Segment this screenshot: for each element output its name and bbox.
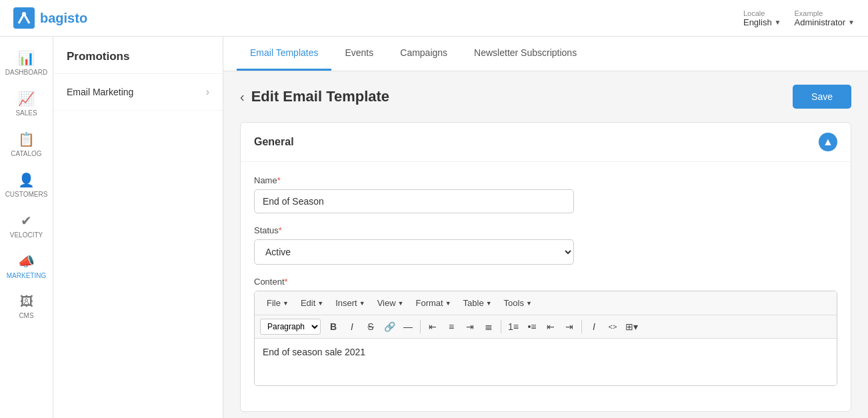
bold-button[interactable]: B bbox=[325, 318, 342, 335]
tab-email-templates[interactable]: Email Templates bbox=[237, 37, 331, 71]
status-label: Status* bbox=[254, 225, 837, 235]
back-arrow-icon[interactable]: ‹ bbox=[240, 90, 245, 103]
edit-menu-arrow-icon: ▼ bbox=[317, 300, 323, 307]
locale-dropdown[interactable]: Locale English ▼ bbox=[743, 9, 781, 27]
page-body: ‹ Edit Email Template Save General ▲ bbox=[223, 71, 868, 418]
editor-menu-table[interactable]: Table▼ bbox=[458, 295, 497, 311]
velocity-icon: ✔ bbox=[21, 213, 32, 229]
sales-icon: 📈 bbox=[18, 91, 35, 107]
sidebar-item-label-catalog: CATALOG bbox=[11, 150, 41, 157]
align-right-button[interactable]: ⇥ bbox=[461, 318, 479, 335]
example-value: Administrator ▼ bbox=[795, 17, 855, 27]
editor-body[interactable]: End of season sale 2021 bbox=[255, 339, 837, 385]
sidebar-item-label-cms: CMS bbox=[19, 312, 33, 319]
outdent-button[interactable]: ⇤ bbox=[542, 318, 559, 335]
page-title-row: ‹ Edit Email Template Save bbox=[240, 85, 851, 109]
save-button[interactable]: Save bbox=[793, 85, 851, 109]
content-label: Content* bbox=[254, 277, 837, 287]
tabs-bar: Email Templates Events Campaigns Newslet… bbox=[223, 37, 868, 71]
sidebar-item-catalog[interactable]: 📋 CATALOG bbox=[0, 125, 53, 164]
section-toggle-button[interactable]: ▲ bbox=[819, 133, 837, 151]
catalog-icon: 📋 bbox=[18, 131, 35, 147]
sidebar-item-label-customers: CUSTOMERS bbox=[5, 191, 48, 198]
italic-style-button[interactable]: I bbox=[585, 318, 603, 335]
chevron-right-icon: › bbox=[206, 86, 209, 98]
align-center-button[interactable]: ≡ bbox=[443, 318, 460, 335]
customers-icon: 👤 bbox=[18, 172, 35, 188]
content-required-mark: * bbox=[285, 277, 288, 287]
locale-value: English ▼ bbox=[743, 17, 781, 27]
file-menu-arrow-icon: ▼ bbox=[283, 300, 289, 307]
section-title: General bbox=[254, 136, 294, 148]
separator-3 bbox=[581, 320, 582, 333]
top-header: bagisto Locale English ▼ Example Adminis… bbox=[0, 0, 868, 37]
separator-2 bbox=[501, 320, 501, 333]
editor-menu-insert[interactable]: Insert▼ bbox=[330, 295, 370, 311]
ordered-list-button[interactable]: 1≡ bbox=[505, 318, 522, 335]
bagisto-logo-icon bbox=[13, 7, 35, 29]
editor-toolbar-format: Paragraph Heading 1 Heading 2 B I S 🔗 — bbox=[255, 315, 837, 339]
status-select[interactable]: Active Inactive bbox=[254, 239, 574, 265]
example-arrow-icon: ▼ bbox=[848, 19, 855, 26]
sub-sidebar-item-label: Email Marketing bbox=[67, 87, 133, 97]
main-content: Email Templates Events Campaigns Newslet… bbox=[223, 37, 868, 418]
section-header: General ▲ bbox=[241, 123, 851, 162]
sidebar-item-label-marketing: MARKETING bbox=[7, 272, 46, 279]
tab-campaigns[interactable]: Campaigns bbox=[387, 37, 461, 71]
content-form-group: Content* File▼ Edit▼ bbox=[254, 277, 837, 386]
name-input[interactable] bbox=[254, 189, 574, 213]
tools-menu-arrow-icon: ▼ bbox=[526, 300, 532, 307]
sidebar-item-customers[interactable]: 👤 CUSTOMERS bbox=[0, 165, 53, 205]
tab-events[interactable]: Events bbox=[331, 37, 387, 71]
editor-menu-format[interactable]: Format▼ bbox=[411, 295, 457, 311]
table-insert-button[interactable]: ⊞▾ bbox=[623, 318, 640, 335]
header-right: Locale English ▼ Example Administrator ▼ bbox=[743, 9, 855, 27]
hr-button[interactable]: — bbox=[399, 318, 417, 335]
example-dropdown[interactable]: Example Administrator ▼ bbox=[795, 9, 855, 27]
view-menu-arrow-icon: ▼ bbox=[398, 300, 404, 307]
editor-menu-edit[interactable]: Edit▼ bbox=[295, 295, 329, 311]
example-label: Example bbox=[795, 9, 855, 17]
strikethrough-button[interactable]: S bbox=[362, 318, 379, 335]
cms-icon: 🖼 bbox=[20, 294, 33, 309]
align-left-button[interactable]: ⇤ bbox=[424, 318, 441, 335]
left-sidebar: 📊 DASHBOARD 📈 SALES 📋 CATALOG 👤 CUSTOMER… bbox=[0, 37, 53, 418]
sub-sidebar-item-email-marketing[interactable]: Email Marketing › bbox=[53, 74, 223, 111]
status-form-group: Status* Active Inactive bbox=[254, 225, 837, 265]
general-section: General ▲ Name* bbox=[240, 122, 851, 412]
dashboard-icon: 📊 bbox=[18, 50, 35, 66]
marketing-icon: 📣 bbox=[18, 253, 35, 269]
sidebar-item-dashboard[interactable]: 📊 DASHBOARD bbox=[0, 43, 53, 83]
editor-menu-file[interactable]: File▼ bbox=[261, 295, 294, 311]
sidebar-item-cms[interactable]: 🖼 CMS bbox=[0, 287, 53, 326]
section-body: Name* Status* Active Inactive bbox=[241, 162, 851, 411]
name-required-mark: * bbox=[277, 175, 281, 185]
separator-1 bbox=[420, 320, 421, 333]
status-required-mark: * bbox=[279, 225, 282, 235]
table-menu-arrow-icon: ▼ bbox=[486, 300, 492, 307]
unordered-list-button[interactable]: •≡ bbox=[523, 318, 541, 335]
align-justify-button[interactable]: ≣ bbox=[480, 318, 497, 335]
sidebar-item-velocity[interactable]: ✔ VELOCITY bbox=[0, 206, 53, 245]
italic-button[interactable]: I bbox=[343, 318, 361, 335]
paragraph-select[interactable]: Paragraph Heading 1 Heading 2 bbox=[260, 319, 321, 335]
sidebar-item-sales[interactable]: 📈 SALES bbox=[0, 84, 53, 123]
sidebar-item-marketing[interactable]: 📣 MARKETING bbox=[0, 247, 53, 286]
sidebar-item-label-sales: SALES bbox=[15, 109, 37, 117]
editor-toolbar-top: File▼ Edit▼ Insert▼ View▼ bbox=[255, 291, 837, 315]
editor-container: File▼ Edit▼ Insert▼ View▼ bbox=[254, 291, 837, 386]
sub-sidebar: Promotions Email Marketing › bbox=[53, 37, 223, 418]
name-label: Name* bbox=[254, 175, 837, 185]
editor-menu-view[interactable]: View▼ bbox=[372, 295, 409, 311]
svg-rect-0 bbox=[13, 7, 35, 29]
insert-menu-arrow-icon: ▼ bbox=[359, 300, 365, 307]
editor-content: End of season sale 2021 bbox=[263, 347, 365, 357]
link-button[interactable]: 🔗 bbox=[381, 318, 398, 335]
page-title: Edit Email Template bbox=[251, 88, 389, 105]
indent-button[interactable]: ⇥ bbox=[561, 318, 578, 335]
editor-menu-tools[interactable]: Tools▼ bbox=[499, 295, 537, 311]
tab-newsletter[interactable]: Newsletter Subscriptions bbox=[461, 37, 590, 71]
code-button[interactable]: <> bbox=[604, 318, 621, 335]
main-layout: 📊 DASHBOARD 📈 SALES 📋 CATALOG 👤 CUSTOMER… bbox=[0, 37, 868, 418]
chevron-up-icon: ▲ bbox=[823, 136, 833, 148]
